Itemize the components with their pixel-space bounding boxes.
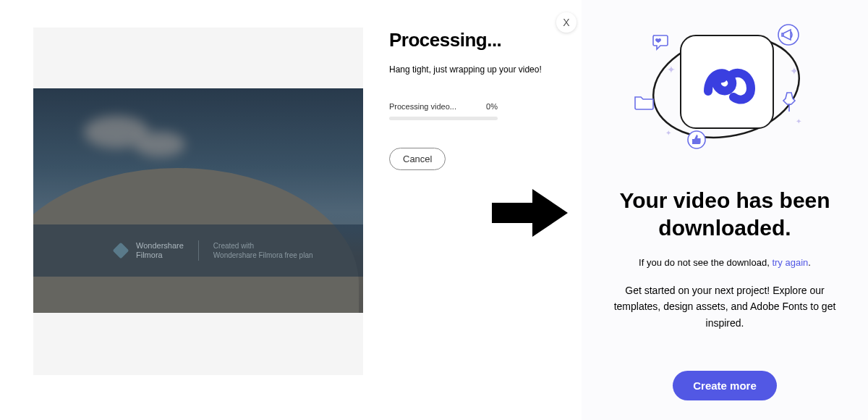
watermark-caption-1: Created with (213, 242, 313, 250)
filmora-logo-icon (113, 243, 129, 259)
video-preview: Wondershare Filmora Created with Wonders… (33, 88, 363, 313)
cancel-button[interactable]: Cancel (389, 148, 446, 170)
note-suffix: . (808, 257, 811, 268)
downloaded-description: Get started on your next project! Explor… (599, 282, 851, 331)
note-prefix: If you do not see the download, (639, 257, 772, 268)
watermark-divider (198, 240, 199, 261)
progress-label: Processing video... (389, 102, 456, 111)
sparkle-icon: ✦ (796, 117, 801, 125)
watermark-caption-2: Wondershare Filmora free plan (213, 251, 313, 259)
sparkle-icon: ✦ (667, 64, 676, 75)
loop-logo-icon (697, 56, 757, 107)
processing-panel: Wondershare Filmora Created with Wonders… (33, 28, 363, 375)
progress-row: Processing video... 0% (389, 102, 498, 111)
downloaded-title: Your video has been downloaded. (599, 187, 851, 241)
create-more-button[interactable]: Create more (673, 371, 777, 400)
filmora-logo: Wondershare Filmora (113, 241, 184, 260)
sparkle-icon: ✦ (790, 65, 799, 77)
close-icon: X (563, 17, 569, 28)
megaphone-icon (777, 23, 800, 46)
watermark-band: Wondershare Filmora Created with Wonders… (33, 224, 363, 277)
sparkle-icon: ✦ (665, 129, 671, 137)
download-illustration: ✦ ✦ ✦ ✦ (638, 22, 812, 158)
speech-heart-icon (651, 33, 670, 51)
progress-percent: 0% (486, 102, 498, 111)
processing-subtitle: Hang tight, just wrapping up your video! (389, 64, 563, 75)
progress-bar (389, 117, 498, 120)
close-button[interactable]: X (556, 12, 576, 33)
watermark-brand-2: Filmora (136, 251, 184, 260)
folder-icon (634, 93, 655, 110)
downloaded-panel: ✦ ✦ ✦ ✦ Your video has been downloaded. … (582, 0, 868, 420)
svg-point-2 (778, 25, 799, 45)
processing-title: Processing... (389, 29, 563, 51)
downloaded-note: If you do not see the download, try agai… (599, 257, 851, 268)
pin-icon (781, 91, 797, 113)
svg-marker-0 (492, 189, 568, 237)
arrow-icon (492, 187, 568, 239)
thumbs-up-icon (687, 130, 706, 149)
processing-status: Processing... Hang tight, just wrapping … (389, 29, 563, 170)
watermark-brand-1: Wondershare (136, 241, 184, 251)
try-again-link[interactable]: try again (772, 257, 808, 268)
